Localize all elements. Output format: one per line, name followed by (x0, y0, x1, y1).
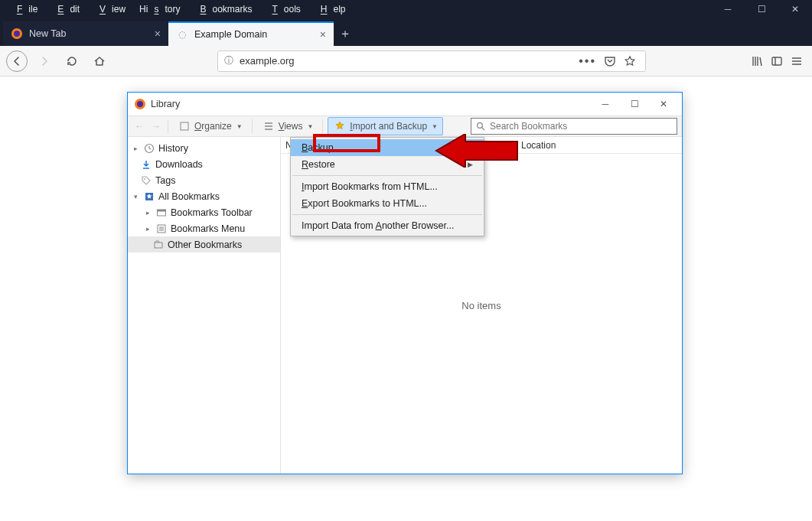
column-location[interactable]: Location (517, 140, 556, 151)
annotation-arrow (435, 134, 519, 168)
menu-icon (155, 223, 168, 235)
separator (168, 119, 168, 133)
menu-item-label: Import Bookmarks from HTML... (302, 181, 438, 192)
tree-label: Bookmarks Toolbar (171, 207, 253, 218)
tree-label: Tags (155, 175, 175, 186)
views-icon (262, 119, 276, 133)
window-minimize-button[interactable]: ─ (711, 0, 745, 18)
library-search-box[interactable] (471, 118, 677, 135)
caret-icon: ▼ (432, 123, 438, 130)
tree-label: Downloads (155, 159, 203, 170)
tree-tags[interactable]: Tags (128, 172, 280, 188)
sidebar-icon[interactable] (771, 55, 783, 67)
star-icon (333, 119, 347, 133)
close-icon[interactable]: × (155, 28, 161, 40)
library-titlebar[interactable]: Library ─ ☐ ✕ (128, 93, 682, 116)
back-icon[interactable]: ← (132, 119, 146, 133)
search-icon (476, 122, 485, 131)
home-button[interactable] (89, 50, 110, 72)
forward-icon[interactable]: → (149, 119, 163, 133)
tree-bookmarks-menu[interactable]: ▸ Bookmarks Menu (128, 220, 280, 236)
svg-rect-11 (158, 210, 166, 212)
organize-button[interactable]: Organize ▼ (173, 118, 247, 135)
chevron-right-icon: ▸ (143, 225, 152, 233)
tree-downloads[interactable]: Downloads (128, 156, 280, 172)
menu-separator (292, 175, 482, 176)
menu-bookmarks[interactable]: Bookmarks (188, 2, 258, 16)
menu-separator (292, 214, 482, 215)
toolbar-icon (155, 207, 168, 219)
menu-help[interactable]: Help (308, 2, 352, 16)
svg-point-6 (478, 123, 483, 129)
tree-bookmarks-toolbar[interactable]: ▸ Bookmarks Toolbar (128, 204, 280, 220)
library-title: Library (151, 99, 180, 109)
views-button[interactable]: Views ▼ (257, 118, 318, 135)
svg-rect-5 (181, 122, 188, 130)
globe-icon: ◌ (176, 28, 188, 41)
menu-item-export-html[interactable]: Export Bookmarks to HTML... (291, 195, 484, 212)
page-actions-icon[interactable]: ••• (579, 54, 596, 68)
menu-item-label: Export Bookmarks to HTML... (302, 198, 427, 209)
pocket-icon[interactable] (604, 55, 616, 67)
chevron-right-icon: ▸ (131, 145, 140, 152)
library-close-button[interactable]: ✕ (656, 99, 671, 109)
svg-point-8 (144, 178, 145, 180)
menu-edit[interactable]: Edit (45, 2, 86, 16)
firefox-icon (11, 28, 23, 40)
chevron-right-icon: ▸ (143, 209, 152, 217)
svg-point-4 (137, 101, 143, 107)
folder-icon (152, 239, 165, 251)
bookmark-star-icon (143, 190, 155, 203)
forward-button[interactable] (34, 50, 55, 72)
library-window: Library ─ ☐ ✕ ← → Organize ▼ Views ▼ (127, 92, 683, 474)
tree-all-bookmarks[interactable]: ▾ All Bookmarks (128, 188, 280, 204)
menu-item-import-browser[interactable]: Import Data from Another Browser... (291, 217, 484, 234)
menu-item-import-html[interactable]: Import Bookmarks from HTML... (291, 178, 484, 195)
app-menu-button[interactable] (791, 55, 803, 67)
tree-history[interactable]: ▸ History (128, 140, 280, 156)
empty-state-label: No items (461, 300, 501, 311)
library-minimize-button[interactable]: ─ (598, 99, 613, 109)
library-tree: ▸ History Downloads Tags ▾ (128, 137, 281, 474)
views-label: Views (279, 121, 303, 132)
separator (252, 119, 253, 133)
menu-view[interactable]: View (87, 2, 132, 16)
url-input[interactable] (240, 55, 579, 67)
browser-menubar: File Edit View History Bookmarks Tools H… (0, 0, 812, 18)
library-icon[interactable] (751, 55, 763, 67)
library-maximize-button[interactable]: ☐ (627, 99, 642, 109)
window-maximize-button[interactable]: ☐ (745, 0, 778, 18)
organize-icon (178, 119, 191, 133)
tree-label: Other Bookmarks (168, 239, 242, 250)
tab-label: New Tab (29, 28, 66, 39)
tab-example-domain[interactable]: ◌ Example Domain × (168, 21, 334, 46)
library-toolbar: ← → Organize ▼ Views ▼ Import and Backup… (128, 116, 682, 137)
menu-file[interactable]: File (5, 2, 44, 16)
navbar-right (751, 55, 806, 67)
tree-label: History (158, 143, 188, 154)
close-icon[interactable]: × (320, 28, 326, 41)
organize-label: Organize (194, 121, 232, 132)
menu-tools[interactable]: Tools (259, 2, 306, 16)
back-button[interactable] (6, 50, 28, 72)
tab-label: Example Domain (194, 29, 267, 40)
bookmark-star-icon[interactable] (624, 55, 636, 67)
library-search-input[interactable] (490, 121, 672, 132)
window-close-button[interactable]: ✕ (778, 0, 812, 18)
tree-label: All Bookmarks (158, 191, 220, 202)
import-backup-label: Import and Backup (350, 121, 427, 132)
window-controls: ─ ☐ ✕ (711, 0, 812, 18)
svg-point-1 (14, 31, 20, 37)
import-backup-button[interactable]: Import and Backup ▼ (328, 117, 443, 135)
menu-history[interactable]: History (133, 2, 186, 16)
reload-button[interactable] (61, 50, 83, 72)
url-bar[interactable]: ⓘ ••• (217, 50, 646, 72)
chevron-down-icon: ▾ (131, 193, 140, 200)
tab-new-tab[interactable]: New Tab × (3, 21, 168, 46)
tab-strip: New Tab × ◌ Example Domain × ＋ (0, 18, 812, 46)
menu-item-label: Backup... (302, 142, 341, 153)
caret-icon: ▼ (307, 123, 313, 130)
site-info-icon[interactable]: ⓘ (224, 54, 233, 67)
tree-other-bookmarks[interactable]: Other Bookmarks (128, 236, 280, 252)
new-tab-button[interactable]: ＋ (334, 21, 357, 46)
